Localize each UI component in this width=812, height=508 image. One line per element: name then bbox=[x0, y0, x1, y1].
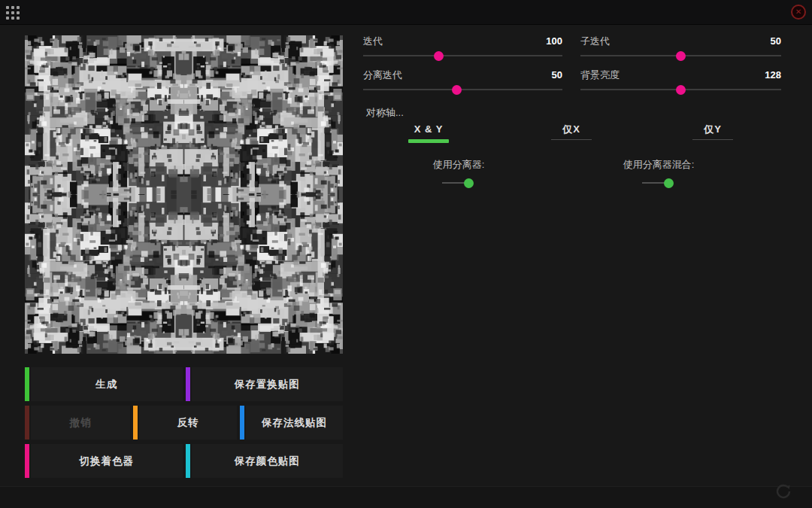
button-accent-bar bbox=[25, 406, 29, 440]
button-label: 生成 bbox=[95, 378, 117, 391]
refresh-spinner-icon[interactable] bbox=[774, 481, 793, 500]
slider-track[interactable] bbox=[363, 55, 562, 56]
button-label: 撤销 bbox=[70, 416, 92, 430]
slider-value: 50 bbox=[771, 34, 781, 49]
button-row-0: 生成保存置换贴图 bbox=[25, 367, 343, 401]
slider-value: 50 bbox=[552, 68, 562, 83]
button-accent-bar bbox=[186, 367, 190, 401]
slider-value: 100 bbox=[546, 34, 562, 49]
slider-knob[interactable] bbox=[452, 85, 462, 95]
button-1-2[interactable]: 保存法线贴图 bbox=[240, 406, 343, 440]
button-label: 保存颜色贴图 bbox=[235, 455, 300, 468]
toggle-switch[interactable] bbox=[442, 178, 475, 188]
button-2-1[interactable]: 保存颜色贴图 bbox=[186, 444, 344, 478]
button-label: 切换着色器 bbox=[80, 455, 135, 468]
toggle-label: 使用分离器混合: bbox=[606, 159, 711, 170]
button-0-0[interactable]: 生成 bbox=[25, 367, 183, 401]
slider-track[interactable] bbox=[580, 89, 781, 90]
toggle-group-0: 使用分离器: bbox=[406, 159, 511, 188]
slider-label: 背景亮度 bbox=[580, 68, 620, 83]
tab-label: X & Y bbox=[387, 123, 470, 135]
button-label: 保存置换贴图 bbox=[235, 378, 300, 391]
close-icon: ✕ bbox=[795, 8, 801, 16]
toggle-knob bbox=[664, 178, 674, 188]
title-bar: ✕ bbox=[0, 0, 812, 25]
tab-underline bbox=[408, 139, 449, 143]
button-accent-bar bbox=[133, 406, 138, 440]
button-row-2: 切换着色器保存颜色贴图 bbox=[25, 444, 343, 478]
button-1-1[interactable]: 反转 bbox=[133, 406, 237, 440]
slider-1: 子迭代50 bbox=[580, 34, 781, 59]
button-accent-bar bbox=[186, 444, 190, 478]
button-0-1[interactable]: 保存置换贴图 bbox=[186, 367, 344, 401]
slider-knob[interactable] bbox=[676, 85, 686, 95]
button-accent-bar bbox=[240, 406, 244, 440]
slider-panel: 迭代100子迭代50分离迭代50背景亮度128 bbox=[363, 34, 781, 93]
slider-value: 128 bbox=[765, 68, 781, 83]
toggle-switch[interactable] bbox=[642, 178, 675, 188]
toggle-label: 使用分离器: bbox=[406, 159, 511, 170]
slider-track[interactable] bbox=[580, 55, 781, 56]
symmetry-tab-0[interactable]: X & Y bbox=[387, 123, 470, 143]
button-2-0[interactable]: 切换着色器 bbox=[25, 444, 183, 478]
tab-label: 仅Y bbox=[671, 123, 754, 135]
texture-preview bbox=[25, 35, 343, 354]
button-1-0[interactable]: 撤销 bbox=[25, 406, 130, 440]
symmetry-tab-2[interactable]: 仅Y bbox=[671, 123, 754, 140]
button-label: 反转 bbox=[177, 416, 199, 430]
slider-label: 子迭代 bbox=[580, 34, 610, 49]
symmetry-tab-bar: X & Y仅X仅Y bbox=[363, 123, 781, 147]
slider-label: 分离迭代 bbox=[363, 68, 402, 83]
button-label: 保存法线贴图 bbox=[262, 416, 327, 430]
button-accent-bar bbox=[25, 444, 29, 478]
slider-label: 迭代 bbox=[363, 34, 383, 49]
button-accent-bar bbox=[25, 367, 29, 401]
tab-underline bbox=[551, 139, 592, 140]
menu-grid-icon[interactable] bbox=[6, 6, 20, 20]
slider-0: 迭代100 bbox=[363, 34, 562, 59]
slider-track[interactable] bbox=[363, 89, 562, 90]
slider-knob[interactable] bbox=[434, 51, 444, 61]
tab-underline bbox=[692, 139, 733, 140]
toggle-knob bbox=[464, 178, 474, 188]
slider-3: 背景亮度128 bbox=[580, 68, 781, 93]
symmetry-tab-1[interactable]: 仅X bbox=[530, 123, 613, 140]
tab-label: 仅X bbox=[530, 123, 613, 135]
toggle-group-1: 使用分离器混合: bbox=[606, 159, 711, 188]
button-row-1: 撤销反转保存法线贴图 bbox=[25, 406, 343, 440]
bottom-strip bbox=[0, 486, 812, 508]
symmetry-axis-label: 对称轴... bbox=[366, 106, 404, 120]
slider-knob[interactable] bbox=[676, 51, 686, 61]
close-button[interactable]: ✕ bbox=[791, 5, 806, 20]
slider-2: 分离迭代50 bbox=[363, 68, 562, 93]
action-button-grid: 生成保存置换贴图撤销反转保存法线贴图切换着色器保存颜色贴图 bbox=[25, 367, 343, 482]
